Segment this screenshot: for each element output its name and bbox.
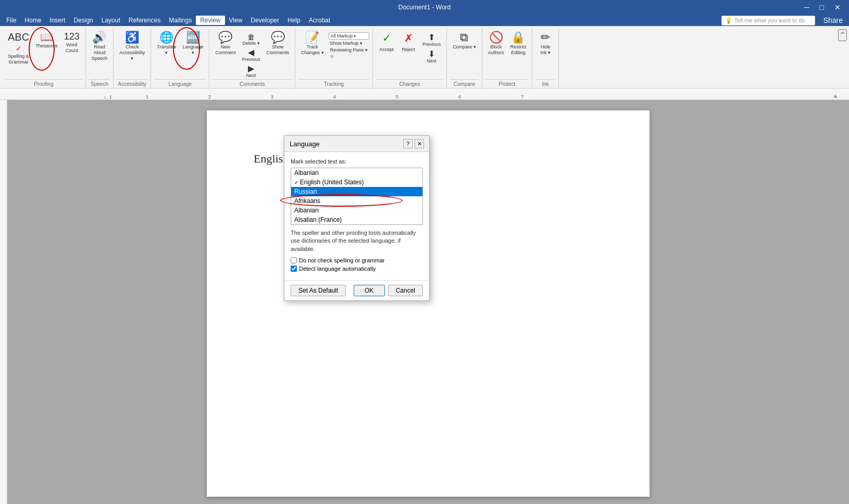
list-item-russian[interactable]: Russian xyxy=(291,187,422,196)
new-comment-label: NewComment xyxy=(215,44,235,56)
dialog-help-button[interactable]: ? xyxy=(403,139,413,148)
dialog-body: Mark selected text as: Albanian English … xyxy=(284,152,429,280)
speech-group-label: Speech xyxy=(89,79,110,88)
menu-help[interactable]: Help xyxy=(283,16,305,25)
tell-me-bar[interactable]: 💡 Tell me what you want to do xyxy=(721,16,815,26)
accept-dropdown[interactable]: Accept xyxy=(376,46,397,53)
ribbon: ABC✓ Spelling &Grammar 📖 Thesaurus 123 W… xyxy=(0,26,849,89)
translate-button[interactable]: 🌐 Translate▾ xyxy=(154,30,179,57)
detect-language-row[interactable]: Detect language automatically xyxy=(291,266,423,272)
ribbon-group-speech: 🔊 ReadAloudSpeech Speech xyxy=(86,28,114,88)
list-item-english[interactable]: English (United States) xyxy=(291,178,422,187)
check-accessibility-button[interactable]: ♿ CheckAccessibility▾ xyxy=(117,30,147,62)
prev-change-icon: ⬆ xyxy=(428,33,435,42)
reject-dropdown[interactable]: Reject xyxy=(398,46,419,53)
compare-label: Compare ▾ xyxy=(453,44,476,50)
read-aloud-icon: 🔊 xyxy=(92,32,106,43)
hide-ink-button[interactable]: ✏ HideInk ▾ xyxy=(535,30,555,57)
dialog-title: Language xyxy=(290,140,320,148)
block-authors-button[interactable]: 🚫 BlockAuthors xyxy=(485,30,507,57)
menu-layout[interactable]: Layout xyxy=(97,16,124,25)
track-changes-label: TrackChanges ▾ xyxy=(301,44,324,56)
language-dialog[interactable]: Language ? ✕ Mark selected text as: Alba… xyxy=(284,135,430,301)
dialog-mark-label: Mark selected text as: xyxy=(291,158,423,165)
hide-ink-label: HideInk ▾ xyxy=(540,44,551,56)
menu-file[interactable]: File xyxy=(2,16,20,25)
show-markup-row[interactable]: Show Markup ▾ xyxy=(329,40,370,46)
ribbon-collapse-button[interactable]: ⌃ xyxy=(838,29,847,41)
menu-mailings[interactable]: Mailings xyxy=(165,16,196,25)
menu-insert[interactable]: Insert xyxy=(45,16,69,25)
compare-button[interactable]: ⧉ Compare ▾ xyxy=(450,30,479,52)
reject-button[interactable]: ✗ xyxy=(398,30,419,46)
set-as-default-button[interactable]: Set As Default xyxy=(291,285,346,296)
track-changes-button[interactable]: 📝 TrackChanges ▾ xyxy=(298,30,327,57)
reject-icon: ✗ xyxy=(404,32,413,44)
language-icon: 🔤 xyxy=(186,32,200,43)
translate-icon: 🌐 xyxy=(159,32,173,43)
next-label: Next xyxy=(246,73,256,78)
dialog-close-button[interactable]: ✕ xyxy=(415,139,424,148)
thesaurus-button[interactable]: 📖 Thesaurus xyxy=(33,30,60,51)
maximize-button[interactable]: □ xyxy=(816,0,828,15)
accept-split: ✓ Accept xyxy=(376,30,397,53)
next-change-button[interactable]: ⬇ Next xyxy=(420,49,443,65)
list-item-albanian-top[interactable]: Albanian xyxy=(291,168,422,178)
menu-view[interactable]: View xyxy=(225,16,247,25)
word-count-button[interactable]: 123 WordCount xyxy=(61,30,82,55)
ribbon-group-tracking: 📝 TrackChanges ▾ All Markup ▾ Show Marku… xyxy=(295,28,373,88)
detect-language-checkbox[interactable] xyxy=(291,266,297,272)
list-item-albanian-2[interactable]: Albanian xyxy=(291,206,422,215)
title-bar-title: Document1 - Word xyxy=(398,4,451,11)
track-changes-icon: 📝 xyxy=(305,32,319,43)
spelling-grammar-button[interactable]: ABC✓ Spelling &Grammar xyxy=(5,30,32,67)
list-item-afrikaans[interactable]: Afrikaans xyxy=(291,196,422,206)
ribbon-group-language: 🌐 Translate▾ 🔤 Language▾ Language xyxy=(151,28,209,88)
do-not-check-row[interactable]: Do not check spelling or grammar xyxy=(291,257,423,263)
restrict-editing-button[interactable]: 🔒 RestrictEditing xyxy=(508,30,529,57)
menu-design[interactable]: Design xyxy=(69,16,97,25)
previous-comment-button[interactable]: ◀ Previous xyxy=(240,47,263,63)
next-comment-button[interactable]: ▶ Next xyxy=(240,64,263,79)
list-item-alsatian[interactable]: Alsatian (France) xyxy=(291,215,422,224)
ok-button[interactable]: OK xyxy=(354,285,385,296)
reject-split: ✗ Reject xyxy=(398,30,419,53)
word-count-label: WordCount xyxy=(66,42,78,54)
detect-language-label: Detect language automatically xyxy=(299,266,376,272)
dialog-list[interactable]: Albanian English (United States) Russian… xyxy=(291,168,422,224)
menu-references[interactable]: References xyxy=(124,16,165,25)
no-check-checkbox[interactable] xyxy=(291,257,297,263)
read-aloud-button[interactable]: 🔊 ReadAloudSpeech xyxy=(89,30,110,62)
reviewing-pane-label: Reviewing Pane ▾ xyxy=(330,47,368,53)
menu-developer[interactable]: Developer xyxy=(246,16,283,25)
close-button[interactable]: ✕ xyxy=(830,0,845,15)
ribbon-group-proofing: ABC✓ Spelling &Grammar 📖 Thesaurus 123 W… xyxy=(2,28,86,88)
changes-group-label: Changes xyxy=(376,79,443,88)
accessibility-group-label: Accessibility xyxy=(117,79,147,88)
cancel-button[interactable]: Cancel xyxy=(388,285,423,296)
show-comments-button[interactable]: 💬 ShowComments xyxy=(264,30,292,57)
minimize-button[interactable]: ─ xyxy=(800,0,814,15)
delete-comment-button[interactable]: 🗑 Delete ▾ xyxy=(240,32,263,47)
menu-home[interactable]: Home xyxy=(20,16,45,25)
share-button[interactable]: Share xyxy=(819,13,847,28)
delete-icon: 🗑 xyxy=(247,33,255,41)
previous-change-button[interactable]: ⬆ Previous xyxy=(420,32,443,48)
ribbon-group-comments: 💬 NewComment 🗑 Delete ▾ ◀ Previous ▶ Nex… xyxy=(209,28,295,88)
reviewing-pane-row[interactable]: Reviewing Pane ▾ xyxy=(329,47,370,53)
language-button[interactable]: 🔤 Language▾ xyxy=(180,30,206,57)
show-comments-icon: 💬 xyxy=(271,32,285,43)
ribbon-group-changes: ✓ Accept ✗ Reject ⬆ Previous xyxy=(373,28,447,88)
proofing-group-label: Proofing xyxy=(5,79,82,88)
hide-ink-icon: ✏ xyxy=(541,32,550,43)
all-markup-label: All Markup xyxy=(331,33,353,39)
all-markup-dropdown[interactable]: All Markup ▾ xyxy=(329,32,370,40)
new-comment-button[interactable]: 💬 NewComment xyxy=(213,30,238,57)
ink-group-label: Ink xyxy=(535,79,555,88)
accept-label: Accept xyxy=(379,47,394,52)
accept-button[interactable]: ✓ xyxy=(376,30,397,46)
delete-label: Delete ▾ xyxy=(242,41,260,46)
menu-review[interactable]: Review xyxy=(196,16,224,25)
word-count-icon: 123 xyxy=(64,32,80,41)
menu-acrobat[interactable]: Acrobat xyxy=(305,16,334,25)
